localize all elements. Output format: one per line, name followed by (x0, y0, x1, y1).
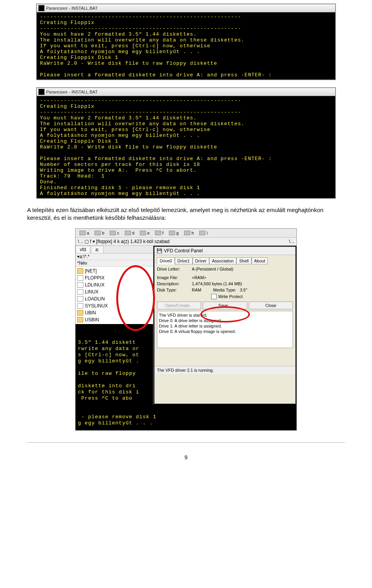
file-icon (77, 289, 83, 295)
drive-icon (155, 231, 161, 235)
file-row[interactable]: UBIN (77, 309, 152, 316)
drive-icon (95, 231, 101, 235)
drive-icon (140, 231, 146, 235)
body-paragraph: A telepítés ezen fázisában elkészült az … (27, 206, 345, 222)
path-right: \ .. (289, 239, 294, 244)
close-button[interactable]: Close (249, 302, 293, 309)
vfd-tabs: Drive0Drive1DriverAssociationShellAbout (157, 257, 293, 264)
floppy-icon: 💾 (157, 248, 162, 253)
file-name: LDLINUX (85, 281, 105, 288)
path-left: \ .. ▢ f ▾ [floppix] 4 k a(z) 1,423 k-bó… (78, 239, 169, 244)
drive-label: g (176, 231, 179, 235)
cmd-icon (38, 5, 45, 11)
drive-label: h (191, 231, 194, 235)
drive-row: abcdefgh\ (76, 229, 296, 238)
vfd-titlebar: 💾 VFD Control Panel (155, 247, 295, 255)
file-row[interactable]: SYSLINUX (77, 302, 152, 309)
terminal-window-1: Parancssor - INSTALL.BAT ---------------… (36, 4, 336, 80)
file-row[interactable]: USBIN (77, 316, 152, 323)
file-name: USBIN (85, 316, 99, 323)
page-number: 9 (27, 454, 345, 460)
file-name: FLOPPIX (85, 274, 105, 281)
drive-letter-value: A (Persistent / Global) (192, 267, 293, 271)
vfd-log: The VFD driver is started.Drive 0: A dri… (157, 311, 293, 348)
vfd-tab-driver[interactable]: Driver (193, 257, 209, 264)
drive-label: a (87, 231, 89, 235)
drive-button-\[interactable]: \ (198, 230, 209, 236)
vfd-panel: 💾 VFD Control Panel Drive0Drive1DriverAs… (154, 247, 296, 404)
vfd-tab-drive0[interactable]: Drive0 (157, 257, 175, 264)
drive-icon (125, 231, 131, 235)
drive-label: c (117, 231, 119, 235)
file-icon (77, 275, 83, 281)
description-value: 1,474,560 bytes (1.44 MB) (192, 281, 293, 286)
drive-letter-label: Drive Letter: (157, 267, 192, 271)
drive-button-b[interactable]: b (93, 230, 106, 236)
file-icon (77, 282, 83, 288)
column-header-name: *Név (76, 260, 153, 267)
tab-row: vfd a: (76, 246, 153, 253)
titlebar-1: Parancssor - INSTALL.BAT (37, 4, 335, 12)
drive-icon (169, 231, 175, 235)
page-rule (27, 442, 345, 443)
drive-button-e[interactable]: e (138, 230, 151, 236)
drive-button-c[interactable]: c (108, 230, 121, 236)
drive-icon (199, 231, 205, 235)
file-list: [NET]FLOPPIXLDLINUXLINUXLOADLINSYSLINUXU… (76, 267, 153, 324)
tab-a[interactable]: a: (91, 246, 103, 253)
vfd-status: The VFD driver 2.1 is running. (155, 366, 295, 374)
folder-icon (77, 268, 83, 274)
drive-label: f (162, 231, 164, 235)
cmd-icon (38, 89, 45, 95)
file-row[interactable]: LDLINUX (77, 281, 152, 288)
terminal-window-2: Parancssor - INSTALL.BAT ---------------… (36, 88, 336, 198)
file-row[interactable]: FLOPPIX (77, 274, 152, 281)
vfd-tab-drive1[interactable]: Drive1 (175, 257, 193, 264)
window-title-1: Parancssor - INSTALL.BAT (46, 6, 98, 10)
drive-label: e (147, 231, 150, 235)
file-icon (77, 296, 83, 302)
terminal-fragment-bottom: - please remove disk 1 g egy billentyűt … (76, 405, 296, 430)
media-type-value: 3.5" (240, 288, 247, 292)
drive-label: \ (207, 231, 208, 235)
vfd-tab-shell[interactable]: Shell (236, 257, 251, 264)
file-name: LOADLIN (85, 295, 105, 302)
drive-button-g[interactable]: g (167, 230, 180, 236)
file-icon (77, 303, 83, 309)
disk-type-value: RAM Media Type: 3.5" (192, 288, 293, 292)
terminal-fragment-left: 3.5" 1.44 diskett rwrite any data or s [… (76, 324, 153, 405)
composite-figure: abcdefgh\ \ .. ▢ f ▾ [floppix] 4 k a(z) … (75, 228, 297, 431)
write-protect-label: Write Protect (218, 294, 243, 299)
file-row[interactable]: LINUX (77, 288, 152, 295)
file-row[interactable]: LOADLIN (77, 295, 152, 302)
drive-button-f[interactable]: f (153, 230, 165, 236)
file-name: UBIN (85, 309, 96, 316)
drive-button-a[interactable]: a (78, 230, 91, 236)
file-name: LINUX (85, 288, 98, 295)
folder-icon (77, 317, 83, 322)
drive-icon (110, 231, 116, 235)
drive-button-d[interactable]: d (123, 230, 136, 236)
file-row[interactable]: [NET] (77, 267, 152, 274)
drive-button-h[interactable]: h (183, 230, 195, 236)
file-list-pane: vfd a: ▾a:\*.* *Név [NET]FLOPPIXLDLINUXL… (76, 246, 153, 405)
save-button[interactable]: Save... (203, 302, 247, 309)
vfd-tab-association[interactable]: Association (209, 257, 236, 264)
description-label: Description: (157, 281, 192, 286)
tab-vfd[interactable]: vfd (76, 246, 90, 253)
write-protect-row[interactable]: Write Protect (211, 294, 293, 299)
file-name: [NET] (85, 267, 97, 274)
column-header-path: ▾a:\*.* (76, 253, 153, 260)
media-type-label: Media Type: (213, 288, 236, 292)
vfd-tab-about[interactable]: About (251, 257, 268, 264)
vfd-title-text: VFD Control Panel (164, 248, 203, 253)
folder-icon (77, 310, 83, 316)
write-protect-checkbox[interactable] (211, 294, 217, 299)
terminal-body-1: ----------------------------------------… (37, 12, 335, 79)
path-row: \ .. ▢ f ▾ [floppix] 4 k a(z) 1,423 k-bó… (76, 238, 296, 246)
drive-icon (184, 231, 190, 235)
drive-label: b (102, 231, 104, 235)
terminal-body-2: ----------------------------------------… (37, 96, 335, 198)
drive-label: d (132, 231, 134, 235)
window-title-2: Parancssor - INSTALL.BAT (46, 90, 98, 94)
